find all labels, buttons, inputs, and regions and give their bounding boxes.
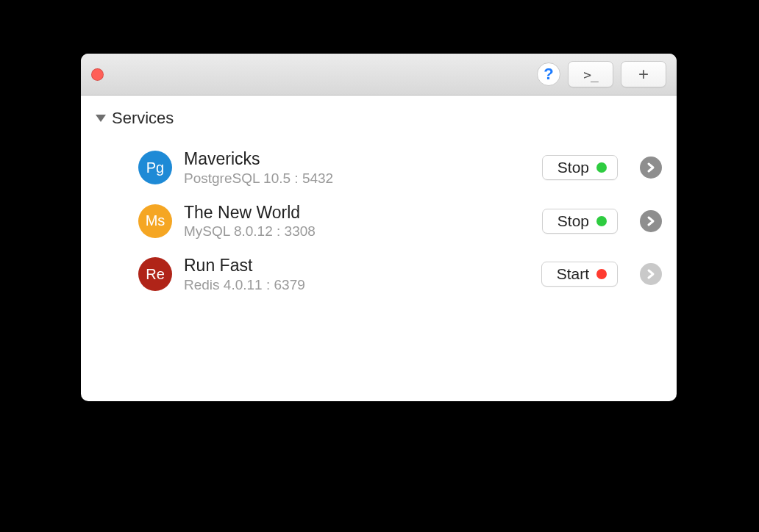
service-icon: Pg xyxy=(138,151,172,184)
open-arrow-icon[interactable] xyxy=(640,210,662,232)
service-subtitle: Redis 4.0.11 : 6379 xyxy=(184,276,530,294)
service-name: Mavericks xyxy=(184,148,530,170)
service-row[interactable]: PgMavericksPostgreSQL 10.5 : 5432Stop xyxy=(96,141,662,195)
titlebar: ? >_ + xyxy=(81,54,677,96)
service-text: The New WorldMySQL 8.0.12 : 3308 xyxy=(184,202,530,241)
action-label: Stop xyxy=(557,212,589,230)
service-subtitle: MySQL 8.0.12 : 3308 xyxy=(184,223,530,240)
app-window: ? >_ + Services PgMavericksPostgreSQL 10… xyxy=(81,54,677,401)
terminal-button[interactable]: >_ xyxy=(568,61,613,87)
open-arrow-icon xyxy=(640,263,662,285)
help-button[interactable]: ? xyxy=(537,62,560,86)
service-icon: Re xyxy=(138,257,172,291)
open-arrow-icon[interactable] xyxy=(640,157,662,179)
status-indicator xyxy=(596,162,607,173)
section-title: Services xyxy=(112,109,174,128)
help-icon: ? xyxy=(544,65,553,84)
service-name: Run Fast xyxy=(184,255,530,276)
service-subtitle: PostgreSQL 10.5 : 5432 xyxy=(184,170,530,187)
status-indicator xyxy=(596,216,607,226)
service-name: The New World xyxy=(184,202,530,223)
service-row[interactable]: ReRun FastRedis 4.0.11 : 6379Start xyxy=(96,248,662,301)
stop-button[interactable]: Stop xyxy=(542,209,618,234)
content-area: Services PgMavericksPostgreSQL 10.5 : 54… xyxy=(81,96,677,301)
plus-icon: + xyxy=(638,65,649,83)
service-text: Run FastRedis 4.0.11 : 6379 xyxy=(184,255,530,294)
window-controls xyxy=(91,68,104,81)
terminal-icon: >_ xyxy=(583,67,598,82)
service-row[interactable]: MsThe New WorldMySQL 8.0.12 : 3308Stop xyxy=(96,195,662,248)
services-list: PgMavericksPostgreSQL 10.5 : 5432StopMsT… xyxy=(96,141,662,301)
close-window-button[interactable] xyxy=(91,68,104,81)
service-text: MavericksPostgreSQL 10.5 : 5432 xyxy=(184,148,530,187)
start-button[interactable]: Start xyxy=(541,262,618,287)
action-label: Stop xyxy=(557,159,589,176)
disclosure-triangle-icon xyxy=(96,115,106,122)
stop-button[interactable]: Stop xyxy=(542,155,618,180)
status-indicator xyxy=(596,269,607,279)
service-icon: Ms xyxy=(138,204,172,238)
add-button[interactable]: + xyxy=(621,61,666,87)
section-header[interactable]: Services xyxy=(96,109,662,128)
action-label: Start xyxy=(557,265,589,283)
